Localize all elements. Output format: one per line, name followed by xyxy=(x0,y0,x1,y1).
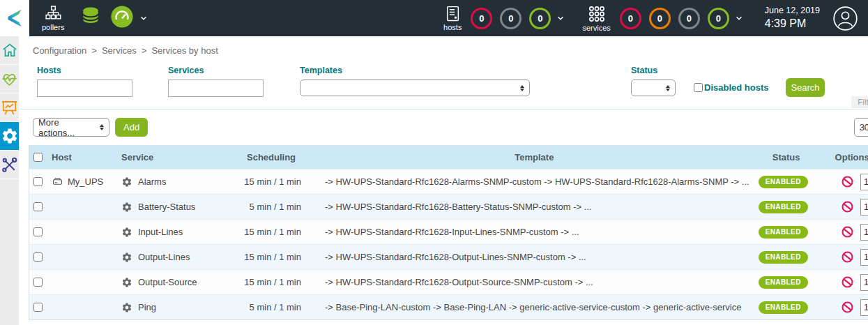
sidebar-item-configuration[interactable] xyxy=(0,122,19,150)
service-cell[interactable]: Output-Lines xyxy=(117,252,243,263)
options-count-input[interactable] xyxy=(860,274,868,291)
service-cell[interactable]: Input-Lines xyxy=(117,227,243,238)
header-status[interactable]: Status xyxy=(749,152,819,162)
scheduling-cell: 15 min / 1 min xyxy=(243,176,319,187)
row-checkbox[interactable] xyxy=(33,252,43,262)
service-name[interactable]: Alarms xyxy=(138,176,166,187)
services-table: Host Service Scheduling Template Status … xyxy=(29,145,868,320)
table-body: My_UPS Alarms 15 min / 1 min -> HW-UPS-S… xyxy=(29,169,868,319)
disable-icon[interactable] xyxy=(841,225,854,239)
host-name[interactable]: My_UPS xyxy=(68,176,103,187)
services-menu[interactable]: services xyxy=(582,5,610,32)
pollers-menu[interactable]: pollers xyxy=(42,5,64,31)
host-cell[interactable] xyxy=(47,201,117,213)
service-name[interactable]: Input-Lines xyxy=(138,227,183,237)
row-checkbox[interactable] xyxy=(33,303,43,312)
host-cell[interactable] xyxy=(47,301,117,313)
service-cell[interactable]: Output-Source xyxy=(117,277,243,288)
status-badge: ENABLED xyxy=(759,176,808,188)
service-gear-icon xyxy=(121,302,132,313)
scheduling-cell: 5 min / 1 min xyxy=(243,202,319,212)
disable-icon[interactable] xyxy=(841,301,854,314)
status-select[interactable] xyxy=(631,80,676,96)
options-count-input[interactable] xyxy=(860,199,868,216)
options-count-input[interactable] xyxy=(860,174,868,190)
disable-icon[interactable] xyxy=(841,200,854,213)
search-button[interactable]: Search xyxy=(786,78,825,97)
service-cell[interactable]: Alarms xyxy=(117,176,243,188)
row-checkbox[interactable] xyxy=(33,202,43,211)
disable-icon[interactable] xyxy=(841,275,854,289)
page-size-select[interactable]: 30 xyxy=(854,118,868,137)
sidebar-item-administration[interactable] xyxy=(0,151,19,179)
host-cell[interactable]: My_UPS xyxy=(47,176,117,188)
gauge-status-icon[interactable] xyxy=(110,5,134,31)
service-gear-icon xyxy=(121,277,132,288)
header-options: Options xyxy=(819,152,868,162)
status-badge: ENABLED xyxy=(759,226,808,239)
row-checkbox[interactable] xyxy=(33,278,43,287)
hosts-chevron-down-icon[interactable] xyxy=(556,13,565,23)
sidebar-item-monitoring[interactable] xyxy=(0,65,19,93)
services-chevron-down-icon[interactable] xyxy=(734,13,744,23)
current-time: 4:39 PM xyxy=(765,17,820,31)
hosts-down-counter[interactable]: 0 xyxy=(471,8,492,29)
status-cell: ENABLED xyxy=(749,276,819,289)
service-name[interactable]: Output-Source xyxy=(138,277,197,287)
breadcrumb-services[interactable]: Services xyxy=(102,45,137,56)
current-date: June 12, 2019 xyxy=(765,6,820,17)
row-checkbox[interactable] xyxy=(33,227,43,236)
hosts-up-counter[interactable]: 0 xyxy=(529,8,551,29)
sidebar-item-home[interactable] xyxy=(0,36,19,64)
select-all-checkbox[interactable] xyxy=(33,153,43,162)
service-cell[interactable]: Ping xyxy=(117,302,243,313)
more-actions-select[interactable]: More actions... xyxy=(33,118,109,137)
template-cell: -> Base-Ping-LAN-custom -> Base-Ping-LAN… xyxy=(319,302,749,312)
host-cell[interactable] xyxy=(47,276,117,288)
header-service[interactable]: Service xyxy=(117,152,243,162)
options-count-input[interactable] xyxy=(860,299,868,316)
disable-icon[interactable] xyxy=(841,250,854,264)
status-badge: ENABLED xyxy=(759,301,808,314)
services-unknown-counter[interactable]: 0 xyxy=(678,8,700,29)
row-checkbox[interactable] xyxy=(33,177,43,186)
services-critical-counter[interactable]: 0 xyxy=(620,8,641,29)
main-content: Configuration>Services>Services by host … xyxy=(19,36,868,325)
breadcrumb-configuration[interactable]: Configuration xyxy=(33,45,86,56)
hosts-icon xyxy=(444,5,462,22)
service-name[interactable]: Output-Lines xyxy=(138,252,190,262)
host-cell[interactable] xyxy=(47,251,117,263)
centreon-logo-icon xyxy=(3,6,26,30)
options-count-input[interactable] xyxy=(860,224,868,241)
poller-chevron-down-icon[interactable] xyxy=(139,13,149,23)
hosts-unreachable-counter[interactable]: 0 xyxy=(500,8,521,29)
host-cell[interactable] xyxy=(47,226,117,238)
service-name[interactable]: Battery-Status xyxy=(138,202,195,212)
header-host[interactable]: Host xyxy=(47,152,117,162)
header-template[interactable]: Template xyxy=(319,152,749,162)
disabled-hosts-checkbox[interactable] xyxy=(694,83,703,92)
sidebar xyxy=(0,36,19,325)
add-button[interactable]: Add xyxy=(115,118,148,137)
service-name[interactable]: Ping xyxy=(138,302,156,312)
services-warning-counter[interactable]: 0 xyxy=(649,8,671,29)
services-filter-input[interactable] xyxy=(168,80,264,97)
table-header-row: Host Service Scheduling Template Status … xyxy=(29,146,868,169)
scheduling-cell: 15 min / 1 min xyxy=(243,277,319,287)
hosts-filter-input[interactable] xyxy=(37,80,132,97)
service-cell[interactable]: Battery-Status xyxy=(117,202,243,213)
status-badge: ENABLED xyxy=(759,201,808,213)
centreon-logo[interactable] xyxy=(0,0,29,36)
disable-icon[interactable] xyxy=(841,175,854,188)
templates-select[interactable] xyxy=(300,80,530,96)
table-row: Input-Lines 15 min / 1 min -> HW-UPS-Sta… xyxy=(29,219,868,244)
hosts-label: hosts xyxy=(443,23,462,31)
header-scheduling[interactable]: Scheduling xyxy=(243,152,319,162)
hosts-menu[interactable]: hosts xyxy=(443,5,462,31)
database-status-icon[interactable] xyxy=(79,6,102,31)
user-icon xyxy=(832,6,858,31)
sidebar-item-reporting[interactable] xyxy=(0,93,19,121)
services-ok-counter[interactable]: 0 xyxy=(708,8,729,29)
user-menu[interactable] xyxy=(832,6,858,31)
options-count-input[interactable] xyxy=(860,249,868,266)
